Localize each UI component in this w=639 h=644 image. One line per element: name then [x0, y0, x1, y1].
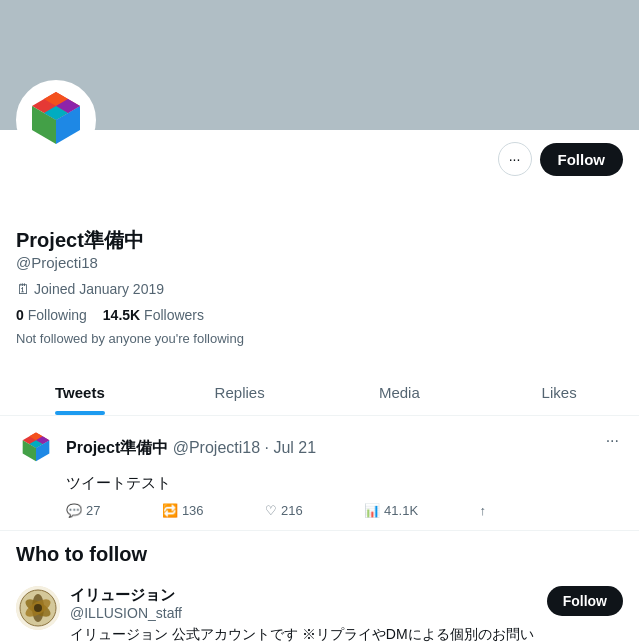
display-name: Project準備中: [16, 228, 623, 252]
profile-section: ··· Follow Project準備中 @Projecti18 🗓 Join…: [0, 130, 639, 358]
retweet-icon: 🔁: [162, 503, 178, 518]
profile-tabs: Tweets Replies Media Likes: [0, 370, 639, 416]
tweet-username-date: @Projecti18 · Jul 21: [173, 439, 316, 456]
tab-likes[interactable]: Likes: [479, 370, 639, 415]
views-count: 41.1K: [384, 503, 418, 518]
like-icon: ♡: [265, 503, 277, 518]
tweet-more-button[interactable]: ···: [602, 428, 623, 454]
tab-tweets[interactable]: Tweets: [0, 370, 160, 415]
profile-actions: ··· Follow: [16, 130, 623, 176]
tweet-avatar: [16, 428, 56, 468]
avatar-image: [20, 84, 92, 156]
tweet-text: ツイートテスト: [66, 472, 623, 493]
suggestion-name: イリュージョン: [70, 586, 537, 605]
suggestion-bio: イリュージョン 公式アカウントです ※リプライやDMによる個別のお問い合わせ対応…: [70, 625, 537, 644]
follow-button[interactable]: Follow: [540, 143, 624, 176]
following-count[interactable]: 0 Following: [16, 307, 87, 323]
views-icon: 📊: [364, 503, 380, 518]
tweet-user-details: Project準備中 @Projecti18 · Jul 21: [66, 438, 316, 459]
share-icon: ↑: [479, 503, 486, 518]
like-count: 216: [281, 503, 303, 518]
svg-point-20: [34, 604, 42, 612]
like-action[interactable]: ♡ 216: [265, 503, 303, 518]
suggestion-follow-button[interactable]: Follow: [547, 586, 623, 616]
share-action[interactable]: ↑: [479, 503, 486, 518]
joined-date: Joined January 2019: [34, 281, 164, 297]
tweet-card: Project準備中 @Projecti18 · Jul 21 ··· ツイート…: [0, 416, 639, 531]
reply-icon: 💬: [66, 503, 82, 518]
tweet-actions: 💬 27 🔁 136 ♡ 216 📊 41.1K ↑: [66, 503, 486, 518]
follow-counts: 0 Following 14.5K Followers: [16, 307, 623, 323]
tweet-header: Project準備中 @Projecti18 · Jul 21 ···: [16, 428, 623, 468]
profile-info: Project準備中 @Projecti18 🗓 Joined January …: [16, 228, 623, 358]
tweet-display-name: Project準備中: [66, 439, 168, 456]
profile-banner: [0, 0, 639, 130]
retweet-action[interactable]: 🔁 136: [162, 503, 204, 518]
tweet-user-info: Project準備中 @Projecti18 · Jul 21: [16, 428, 316, 468]
not-followed-text: Not followed by anyone you're following: [16, 331, 623, 346]
suggestion-info: イリュージョン @ILLUSION_staff イリュージョン 公式アカウントで…: [70, 586, 537, 644]
suggestion-avatar: [16, 586, 60, 630]
followers-count[interactable]: 14.5K Followers: [103, 307, 204, 323]
username: @Projecti18: [16, 254, 623, 271]
reply-count: 27: [86, 503, 100, 518]
suggestion-handle: @ILLUSION_staff: [70, 605, 537, 621]
joined-info: 🗓 Joined January 2019: [16, 281, 623, 297]
more-options-button[interactable]: ···: [498, 142, 532, 176]
tab-replies[interactable]: Replies: [160, 370, 320, 415]
calendar-icon: 🗓: [16, 281, 30, 297]
follow-suggestion: イリュージョン @ILLUSION_staff イリュージョン 公式アカウントで…: [16, 578, 623, 644]
avatar: [16, 80, 96, 160]
who-to-follow-title: Who to follow: [16, 543, 623, 566]
views-action[interactable]: 📊 41.1K: [364, 503, 418, 518]
who-to-follow-section: Who to follow イリュージョン @ILLUSION_staff イリ…: [0, 531, 639, 644]
reply-action[interactable]: 💬 27: [66, 503, 100, 518]
retweet-count: 136: [182, 503, 204, 518]
tab-media[interactable]: Media: [320, 370, 480, 415]
